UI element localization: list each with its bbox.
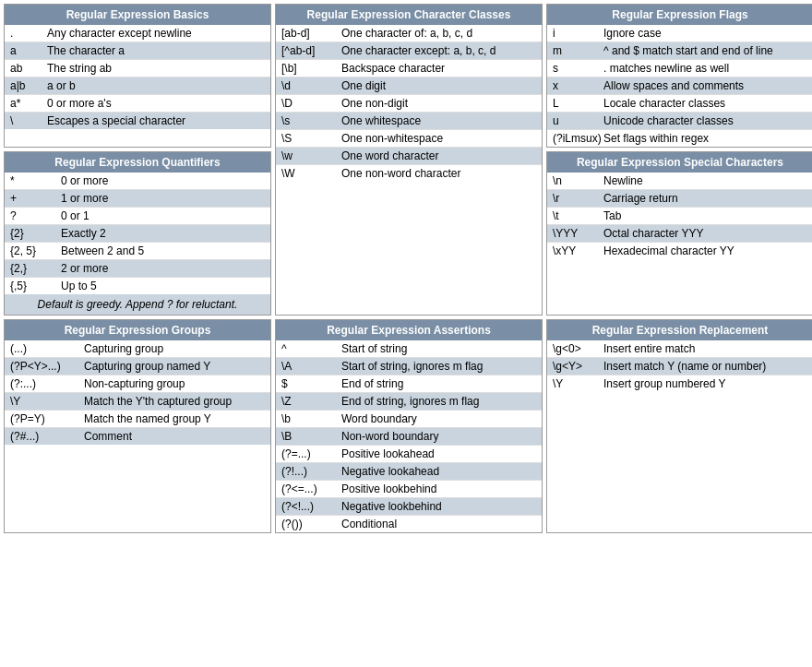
groups-panel: Regular Expression Groups (...)Capturing… xyxy=(4,319,271,533)
row-key: u xyxy=(553,114,603,127)
special-panel: Regular Expression Special Characters \n… xyxy=(546,151,812,316)
row-key: \S xyxy=(281,132,341,145)
row-val: One word character xyxy=(341,149,536,162)
table-row: a|ba or b xyxy=(5,77,270,95)
row-key: . xyxy=(10,27,47,40)
row-val: One whitespace xyxy=(341,114,536,127)
row-val: End of string xyxy=(341,377,536,390)
row-val: Hexadecimal character YY xyxy=(603,244,807,257)
row-val: . matches newline as well xyxy=(603,62,807,75)
row-key: {2, 5} xyxy=(10,244,61,257)
table-row: \xYYHexadecimal character YY xyxy=(547,243,812,259)
row-key: a|b xyxy=(10,79,47,92)
row-val: Start of string, ignores m flag xyxy=(341,360,536,373)
row-key: \Z xyxy=(281,395,341,408)
table-row: \YMatch the Y'th captured group xyxy=(5,393,270,411)
table-row: \tTab xyxy=(547,208,812,225)
table-row: (?())Conditional xyxy=(276,516,542,532)
table-row: (?<=...)Positive lookbehind xyxy=(276,481,542,498)
assertions-rows: ^Start of string\AStart of string, ignor… xyxy=(276,340,542,532)
quantifiers-rows: *0 or more+1 or more?0 or 1{2}Exactly 2{… xyxy=(5,173,270,294)
row-val: Negative lookahead xyxy=(341,465,536,478)
quantifiers-note-text: Default is greedy. Append ? for reluctan… xyxy=(38,298,238,311)
row-key: \g<Y> xyxy=(553,360,603,373)
table-row: m^ and $ match start and end of line xyxy=(547,42,812,60)
groups-rows: (...)Capturing group(?P<Y>...)Capturing … xyxy=(5,340,270,445)
row-val: One non-word character xyxy=(341,167,536,180)
table-row: xAllow spaces and comments xyxy=(547,77,812,95)
row-val: Capturing group xyxy=(84,342,265,355)
row-key: * xyxy=(10,174,61,187)
row-key: (?!...) xyxy=(281,465,341,478)
table-row: \g<Y>Insert match Y (name or number) xyxy=(547,358,812,375)
table-row: (?:...)Non-capturing group xyxy=(5,375,270,393)
flags-panel: Regular Expression Flags iIgnore casem^ … xyxy=(546,4,812,148)
table-row: (?#...)Comment xyxy=(5,428,270,445)
row-key: {2} xyxy=(10,227,61,240)
basics-rows: .Any character except newlineaThe charac… xyxy=(5,25,270,129)
row-val: Insert entire match xyxy=(603,342,807,355)
row-key: (?:...) xyxy=(10,377,84,390)
table-row: \Escapes a special character xyxy=(5,113,270,129)
table-row: \SOne non-whitespace xyxy=(276,130,542,148)
row-key: \A xyxy=(281,360,341,373)
main-grid: Regular Expression Basics .Any character… xyxy=(4,4,808,533)
row-val: Locale character classes xyxy=(603,97,807,110)
row-val: Between 2 and 5 xyxy=(61,244,265,257)
table-row: {2, 5}Between 2 and 5 xyxy=(5,243,270,260)
row-val: The character a xyxy=(47,44,265,57)
row-val: Backspace character xyxy=(341,62,536,75)
row-key: {,5} xyxy=(10,280,61,292)
assertions-panel: Regular Expression Assertions ^Start of … xyxy=(275,319,543,533)
table-row: [^ab-d]One character except: a, b, c, d xyxy=(276,42,542,60)
table-row: \DOne non-digit xyxy=(276,95,542,113)
row-key: a* xyxy=(10,97,47,110)
row-val: 1 or more xyxy=(61,192,265,205)
row-key: L xyxy=(553,97,603,110)
row-key: x xyxy=(553,79,603,92)
row-val: One digit xyxy=(341,79,536,92)
table-row: (?=...)Positive lookahead xyxy=(276,446,542,463)
row-val: One non-digit xyxy=(341,97,536,110)
row-key: [ab-d] xyxy=(281,27,341,40)
row-val: Word boundary xyxy=(341,412,536,425)
row-val: Positive lookahead xyxy=(341,447,536,460)
table-row: ^Start of string xyxy=(276,340,542,358)
table-row: \YYYOctal character YYY xyxy=(547,225,812,243)
table-row: [ab-d]One character of: a, b, c, d xyxy=(276,25,542,42)
row-val: 0 or more xyxy=(61,174,265,187)
row-key: (?#...) xyxy=(10,430,84,443)
replacement-title: Regular Expression Replacement xyxy=(547,320,812,340)
row-val: Carriage return xyxy=(603,192,807,205)
row-val: 2 or more xyxy=(61,262,265,275)
row-key: (?<!...) xyxy=(281,500,341,513)
charclasses-rows: [ab-d]One character of: a, b, c, d[^ab-d… xyxy=(276,25,542,182)
row-val: Allow spaces and comments xyxy=(603,79,807,92)
table-row: {2}Exactly 2 xyxy=(5,225,270,243)
table-row: \sOne whitespace xyxy=(276,113,542,130)
row-val: Escapes a special character xyxy=(47,114,265,127)
row-val: Non-capturing group xyxy=(84,377,265,390)
row-val: 0 or 1 xyxy=(61,209,265,222)
table-row: \bWord boundary xyxy=(276,411,542,428)
table-row: (...)Capturing group xyxy=(5,340,270,358)
table-row: +1 or more xyxy=(5,190,270,208)
row-val: Up to 5 xyxy=(61,280,265,292)
table-row: aThe character a xyxy=(5,42,270,60)
table-row: iIgnore case xyxy=(547,25,812,42)
table-row: {2,}2 or more xyxy=(5,260,270,278)
table-row: \nNewline xyxy=(547,173,812,190)
row-key: \YYY xyxy=(553,227,603,240)
assertions-title: Regular Expression Assertions xyxy=(276,320,542,340)
table-row: [\b]Backspace character xyxy=(276,60,542,77)
row-key: \t xyxy=(553,209,603,222)
row-key: \Y xyxy=(553,377,603,390)
table-row: .Any character except newline xyxy=(5,25,270,42)
table-row: (?P=Y)Match the named group Y xyxy=(5,411,270,428)
row-key: (?P<Y>...) xyxy=(10,360,84,373)
row-key: m xyxy=(553,44,603,57)
table-row: LLocale character classes xyxy=(547,95,812,113)
table-row: \g<0>Insert entire match xyxy=(547,340,812,358)
table-row: \rCarriage return xyxy=(547,190,812,208)
row-val: The string ab xyxy=(47,62,265,75)
